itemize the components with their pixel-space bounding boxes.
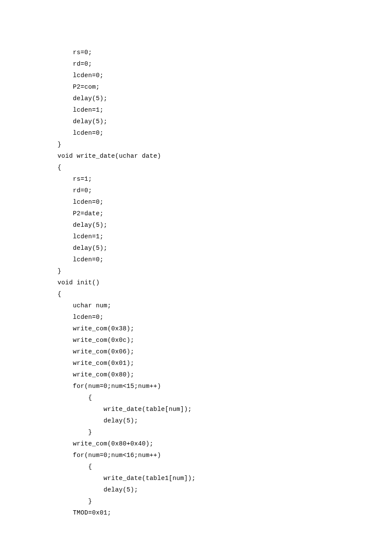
code-line: write_date(table1[num]); — [58, 473, 392, 484]
code-line: uchar num; — [58, 300, 392, 312]
code-line: lcden=1; — [58, 104, 392, 116]
code-line: void init() — [58, 277, 392, 289]
code-line: for(num=0;num<15;num++) — [58, 381, 392, 392]
code-line: write_com(0x01); — [58, 358, 392, 369]
code-line: delay(5); — [58, 93, 392, 104]
code-line: write_date(table[num]); — [58, 404, 392, 415]
code-line: write_com(0x38); — [58, 323, 392, 335]
code-line: { — [58, 461, 392, 473]
code-line: { — [58, 392, 392, 404]
code-line: delay(5); — [58, 220, 392, 231]
code-line: } — [58, 427, 392, 438]
code-line: rs=1; — [58, 173, 392, 185]
code-line: lcden=0; — [58, 70, 392, 81]
code-line: delay(5); — [58, 484, 392, 496]
code-line: } — [58, 496, 392, 507]
code-line: P2=date; — [58, 208, 392, 220]
code-line: TMOD=0x01; — [58, 507, 392, 519]
code-line: void write_date(uchar date) — [58, 150, 392, 162]
code-line: } — [58, 139, 392, 150]
code-line: { — [58, 162, 392, 173]
code-line: lcden=0; — [58, 127, 392, 139]
code-line: } — [58, 266, 392, 277]
code-line: write_com(0x0c); — [58, 335, 392, 346]
code-line: P2=com; — [58, 81, 392, 93]
code-line: write_com(0x80+0x40); — [58, 438, 392, 450]
document-page: rs=0; rd=0; lcden=0; P2=com; delay(5); l… — [0, 0, 392, 519]
code-line: delay(5); — [58, 415, 392, 427]
code-line: rd=0; — [58, 185, 392, 197]
code-line: rd=0; — [58, 58, 392, 70]
code-line: rs=0; — [58, 47, 392, 58]
code-line: write_com(0x80); — [58, 369, 392, 381]
code-line: lcden=0; — [58, 197, 392, 208]
code-line: lcden=1; — [58, 231, 392, 243]
code-line: write_com(0x06); — [58, 346, 392, 358]
code-line: for(num=0;num<16;num++) — [58, 450, 392, 461]
code-line: delay(5); — [58, 116, 392, 127]
code-line: lcden=0; — [58, 254, 392, 266]
code-line: lcden=0; — [58, 312, 392, 323]
code-line: delay(5); — [58, 243, 392, 254]
code-block: rs=0; rd=0; lcden=0; P2=com; delay(5); l… — [58, 47, 392, 519]
code-line: { — [58, 289, 392, 300]
